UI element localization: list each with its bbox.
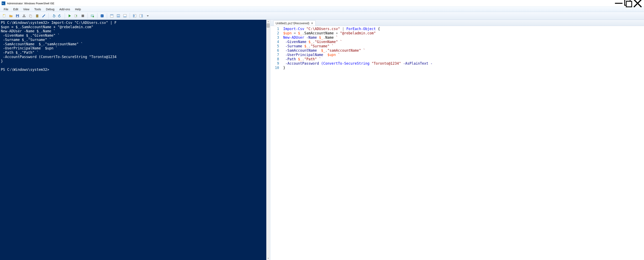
pane-split-icon[interactable] [115,13,122,19]
pane-console-icon[interactable] [109,13,115,19]
code-area[interactable]: Import-Csv "C:\ADUsers.csv" | ForEach-Ob… [281,26,644,260]
run-selection-icon[interactable] [73,13,79,19]
stop-icon[interactable] [80,13,86,19]
code-line[interactable]: $upn = $_.SamAccountName + "@rebeladmin.… [283,31,644,35]
svg-rect-32 [110,15,113,16]
line-gutter: 12345678910 [270,26,281,260]
svg-rect-26 [82,15,84,17]
menu-file[interactable]: File [1,7,11,12]
svg-marker-23 [69,15,71,17]
redo-icon[interactable] [57,13,63,19]
window-title: Administrator: Windows PowerShell ISE [7,2,54,5]
minimize-button[interactable] [614,0,624,7]
menu-edit[interactable]: Edit [11,7,21,12]
menu-view[interactable]: View [21,7,32,12]
clear-icon[interactable] [41,13,47,19]
code-line[interactable]: -GivenName $_."GivenName" ` [283,40,644,44]
svg-rect-10 [17,15,18,16]
svg-rect-9 [17,16,18,17]
console-pane[interactable]: PS C:\Windows\system32> Import-Csv "C:\A… [0,20,270,260]
save-icon[interactable] [14,13,20,19]
script-tab[interactable]: Untitled1.ps1*(Recovered) ✕ [273,20,316,26]
code-line[interactable]: -AccountPassword (ConvertTo-SecureString… [283,61,644,66]
remote-icon[interactable] [90,13,96,19]
tab-label: Untitled1.ps1*(Recovered) [276,22,309,25]
line-number: 7 [270,53,279,57]
cut-icon[interactable] [21,13,27,19]
line-number: 8 [270,57,279,61]
undo-icon[interactable] [50,13,56,19]
pane-script-icon[interactable] [122,13,128,19]
svg-rect-42 [142,15,142,17]
console-text[interactable]: PS C:\Windows\system32> Import-Csv "C:\A… [1,21,269,72]
svg-line-14 [23,15,25,16]
line-number: 2 [270,31,279,35]
svg-point-12 [24,16,25,17]
code-line[interactable]: New-ADUser -Name $_.Name ` [283,35,644,40]
toolbar: > [0,12,644,20]
svg-marker-43 [147,16,149,17]
line-number: 10 [270,66,279,70]
svg-rect-37 [124,16,126,17]
svg-line-19 [42,15,45,17]
code-line[interactable]: Import-Csv "C:\ADUsers.csv" | ForEach-Ob… [283,27,644,31]
open-file-icon[interactable] [8,13,14,19]
close-button[interactable] [633,0,642,7]
svg-rect-2 [626,1,632,7]
menu-debug[interactable]: Debug [43,7,57,12]
code-line[interactable]: -UserPrincipalName $upn ` [283,53,644,57]
menu-tools[interactable]: Tools [32,7,44,12]
line-number: 4 [270,40,279,44]
scroll-down-icon[interactable]: ▾ [266,257,270,260]
svg-text:>: > [101,15,102,17]
svg-rect-34 [117,15,120,15]
app-icon-glyph: >_ [2,2,5,5]
paste-icon[interactable] [34,13,40,19]
line-number: 1 [270,27,279,31]
main-area: PS C:\Windows\system32> Import-Csv "C:\A… [0,20,644,260]
toolbar-separator [48,13,49,19]
line-number: 5 [270,44,279,48]
console-scrollbar[interactable]: ▴ ▾ [266,20,270,260]
pane-side2-icon[interactable] [138,13,144,19]
menu-add-ons[interactable]: Add-ons [57,7,72,12]
code-line[interactable]: -Path $_."Path" ` [283,57,644,61]
maximize-button[interactable] [624,0,633,7]
toolbar-separator [107,13,107,19]
menu-bar: FileEditViewToolsDebugAdd-onsHelp [0,7,644,12]
run-icon[interactable] [66,13,73,19]
script-editor[interactable]: 12345678910 Import-Csv "C:\ADUsers.csv" … [270,26,644,260]
new-file-icon[interactable] [1,13,8,19]
powershell-icon[interactable]: > [99,13,105,19]
title-bar: >_ Administrator: Windows PowerShell ISE [0,0,644,7]
script-pane: Untitled1.ps1*(Recovered) ✕ 12345678910 … [270,20,644,260]
line-number: 9 [270,61,279,66]
toolbar-separator [88,13,88,19]
svg-rect-18 [36,15,38,15]
svg-point-11 [23,16,24,17]
app-icon: >_ [2,2,5,5]
toolbar-separator [65,13,65,19]
scroll-up-icon[interactable]: ▴ [266,20,270,23]
line-number: 3 [270,35,279,40]
code-line[interactable]: -Surname $_."Surname" ` [283,44,644,48]
code-line[interactable]: } [283,66,644,70]
svg-rect-35 [117,16,120,17]
tab-close-icon[interactable]: ✕ [311,22,313,25]
toolbar-separator [97,13,98,19]
pane-side1-icon[interactable] [132,13,138,19]
copy-icon[interactable] [28,13,34,19]
svg-rect-16 [30,15,32,17]
svg-marker-22 [60,14,60,16]
line-number: 6 [270,48,279,53]
svg-marker-21 [53,14,54,16]
svg-point-7 [3,15,4,15]
scroll-thumb[interactable] [267,24,270,28]
menu-help[interactable]: Help [72,7,84,12]
tab-strip: Untitled1.ps1*(Recovered) ✕ [270,20,644,26]
code-line[interactable]: -SamAccountName $_."samAccountName" ` [283,48,644,53]
overflow-icon[interactable] [145,13,151,19]
svg-line-13 [24,15,25,16]
svg-point-28 [93,16,94,17]
